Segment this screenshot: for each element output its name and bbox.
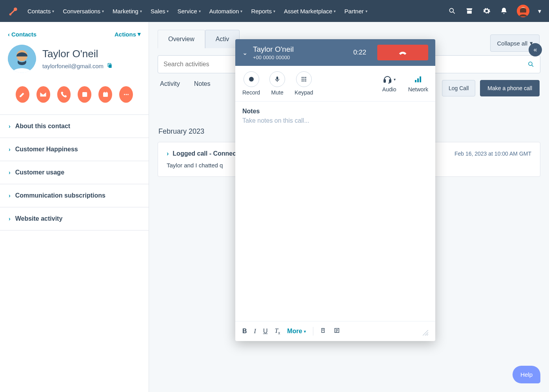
italic-button[interactable]: I <box>254 328 256 335</box>
expand-right-panel[interactable]: « <box>529 43 542 56</box>
section-website-activity[interactable]: ›Website activity <box>0 207 149 230</box>
marketplace-icon[interactable] <box>465 7 474 15</box>
svg-rect-7 <box>109 64 111 68</box>
resize-handle[interactable] <box>423 330 428 336</box>
top-nav: Contacts▾ Conversations▾ Marketing▾ Sale… <box>0 0 549 22</box>
svg-point-17 <box>302 77 303 78</box>
svg-point-19 <box>305 77 306 78</box>
nav-reports[interactable]: Reports▾ <box>251 8 275 15</box>
note-button[interactable] <box>16 86 29 103</box>
call-button[interactable] <box>57 86 71 103</box>
section-customer-happiness[interactable]: ›Customer Happiness <box>0 138 149 161</box>
call-notes-area[interactable]: Notes Take notes on this call... <box>235 102 435 321</box>
chevron-down-icon: ▾ <box>240 9 242 13</box>
nav-sales[interactable]: Sales▾ <box>151 8 169 15</box>
svg-point-18 <box>303 77 304 78</box>
svg-point-1 <box>9 13 11 15</box>
call-phone-number: +00 0000 00000 <box>253 54 294 60</box>
nav-service[interactable]: Service▾ <box>177 8 200 15</box>
section-customer-usage[interactable]: ›Customer usage <box>0 161 149 184</box>
activity-title: Logged call - Connec <box>173 150 236 157</box>
caret-down-icon: ▾ <box>304 329 306 334</box>
make-phone-call-button[interactable]: Make a phone call <box>480 80 540 96</box>
actions-menu[interactable]: Actions ▾ <box>115 31 141 38</box>
section-communication-subscriptions[interactable]: ›Communication subscriptions <box>0 184 149 207</box>
more-format-button[interactable]: More▾ <box>287 328 305 335</box>
svg-rect-16 <box>276 76 278 80</box>
search-icon[interactable] <box>448 7 456 15</box>
tab-activities[interactable]: Activ <box>205 30 240 48</box>
log-call-button[interactable]: Log Call <box>442 80 475 96</box>
svg-point-12 <box>125 94 127 95</box>
chevron-down-icon: ▾ <box>52 9 54 13</box>
chevron-down-icon: ▾ <box>102 9 104 13</box>
svg-rect-30 <box>420 76 421 82</box>
microphone-icon <box>269 71 285 87</box>
filter-activity[interactable]: Activity <box>160 80 180 87</box>
svg-rect-26 <box>384 80 385 82</box>
insert-button[interactable] <box>334 327 340 335</box>
task-button[interactable] <box>98 86 112 103</box>
call-contact-name: Taylor O'neil <box>253 45 294 54</box>
nav-conversations[interactable]: Conversations▾ <box>63 8 104 15</box>
chevron-right-icon: › <box>9 146 11 152</box>
activity-timestamp: Feb 16, 2023 at 10:00 AM GMT <box>454 151 531 157</box>
call-timer: 0:22 <box>353 49 366 56</box>
nav-contacts[interactable]: Contacts▾ <box>27 8 54 15</box>
chevron-right-icon: › <box>9 169 11 176</box>
tab-overview[interactable]: Overview <box>158 30 205 48</box>
contact-sidebar: ‹ Contacts Actions ▾ Taylor O'neil taylo… <box>0 22 149 392</box>
chevron-right-icon: › <box>9 192 11 199</box>
chevron-right-icon: › <box>9 123 11 129</box>
contact-header: Taylor O'neil taylorfoneil@gmail.com <box>0 42 149 79</box>
nav-items: Contacts▾ Conversations▾ Marketing▾ Sale… <box>27 8 367 15</box>
chevron-down-icon: ▾ <box>167 9 169 13</box>
svg-point-20 <box>302 79 303 80</box>
svg-point-15 <box>249 77 254 82</box>
svg-rect-10 <box>103 93 108 97</box>
caret-down-icon: ▾ <box>138 31 141 38</box>
network-button[interactable]: Network <box>408 74 428 93</box>
help-button[interactable]: Help <box>513 366 540 383</box>
audio-button[interactable]: ▾ Audio <box>382 74 396 93</box>
more-button[interactable] <box>119 86 133 103</box>
clear-format-button[interactable]: Tx <box>274 327 280 335</box>
nav-marketing[interactable]: Marketing▾ <box>113 8 142 15</box>
email-button[interactable] <box>36 86 50 103</box>
headset-icon <box>383 74 392 84</box>
section-about[interactable]: ›About this contact <box>0 115 149 138</box>
chevron-down-icon[interactable]: ▾ <box>538 7 541 15</box>
filter-notes[interactable]: Notes <box>194 80 211 87</box>
bold-button[interactable]: B <box>242 328 247 335</box>
notifications-icon[interactable] <box>500 7 508 15</box>
log-button[interactable] <box>78 86 91 103</box>
toolbar-separator <box>313 327 313 336</box>
contact-avatar[interactable] <box>8 45 36 73</box>
settings-icon[interactable] <box>482 7 491 15</box>
underline-button[interactable]: U <box>263 328 268 335</box>
chevron-down-icon: ▾ <box>365 9 367 13</box>
editor-toolbar: B I U Tx More▾ <box>235 321 435 341</box>
record-icon <box>244 71 259 87</box>
mute-button[interactable]: Mute <box>269 71 285 96</box>
chevron-down-icon: ▾ <box>140 9 142 13</box>
svg-rect-27 <box>389 80 391 82</box>
call-panel: ⌄ Taylor O'neil +00 0000 00000 0:22 Reco… <box>235 39 435 341</box>
user-avatar[interactable] <box>517 5 529 17</box>
keypad-icon <box>296 71 312 87</box>
hangup-button[interactable] <box>377 45 428 60</box>
back-to-contacts[interactable]: ‹ Contacts <box>8 31 36 38</box>
call-controls: Record Mute Keypad ▾ Audio Network <box>235 66 435 102</box>
nav-automation[interactable]: Automation▾ <box>209 8 243 15</box>
svg-rect-9 <box>82 92 87 97</box>
collapse-call-icon[interactable]: ⌄ <box>242 49 247 56</box>
notes-heading: Notes <box>242 108 428 115</box>
nav-partner[interactable]: Partner▾ <box>344 8 367 15</box>
snippet-button[interactable] <box>320 327 327 335</box>
keypad-button[interactable]: Keypad <box>294 71 313 96</box>
nav-asset-marketplace[interactable]: Asset Marketplace▾ <box>284 8 336 15</box>
contact-email: taylorfoneil@gmail.com <box>42 62 113 70</box>
hubspot-logo[interactable] <box>8 5 20 17</box>
copy-icon[interactable] <box>107 62 113 70</box>
record-button[interactable]: Record <box>242 71 260 96</box>
